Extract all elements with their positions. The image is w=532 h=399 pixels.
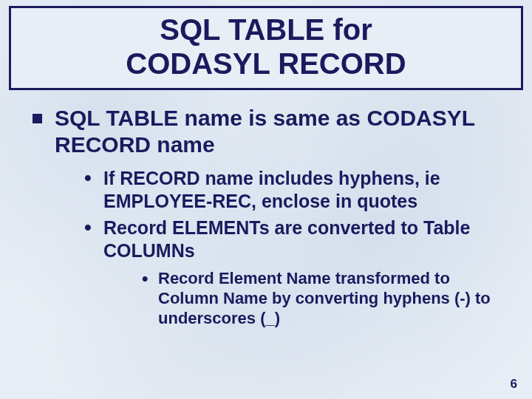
bullet-l2-1: Record ELEMENTs are converted to Table C… — [84, 216, 510, 328]
title-line-1: SQL TABLE for — [18, 13, 514, 47]
bullet-l3-0: Record Element Name transformed to Colum… — [142, 269, 510, 328]
bullet-l2-0: If RECORD name includes hyphens, ie EMPL… — [84, 167, 510, 212]
title-line-2: CODASYL RECORD — [18, 47, 514, 81]
slide-content: SQL TABLE name is same as CODASYL RECORD… — [0, 90, 532, 328]
bullet-l1-0: SQL TABLE name is same as CODASYL RECORD… — [33, 105, 510, 328]
bullet-list-level2: If RECORD name includes hyphens, ie EMPL… — [55, 167, 510, 328]
slide-title-box: SQL TABLE for CODASYL RECORD — [9, 6, 523, 90]
bullet-l1-0-text: SQL TABLE name is same as CODASYL RECORD… — [55, 106, 475, 157]
bullet-list-level3: Record Element Name transformed to Colum… — [103, 269, 510, 328]
bullet-l3-0-text: Record Element Name transformed to Colum… — [158, 269, 491, 327]
bullet-list-level1: SQL TABLE name is same as CODASYL RECORD… — [22, 105, 510, 328]
bullet-l2-1-text: Record ELEMENTs are converted to Table C… — [103, 217, 470, 261]
page-number: 6 — [511, 377, 517, 392]
bullet-l2-0-text: If RECORD name includes hyphens, ie EMPL… — [103, 168, 440, 211]
